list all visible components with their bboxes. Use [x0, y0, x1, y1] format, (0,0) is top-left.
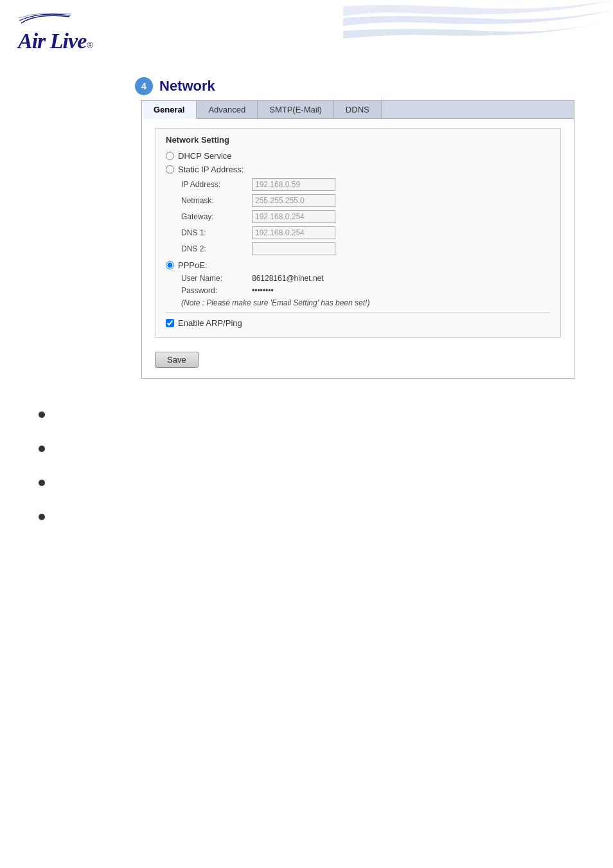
page-icon: 4	[135, 77, 153, 95]
username-label: User Name:	[181, 274, 252, 283]
gateway-row: Gateway:	[181, 210, 550, 223]
dns2-row: DNS 2:	[181, 242, 550, 255]
page-title-row: 4 Network	[135, 77, 574, 95]
dns1-input[interactable]	[252, 226, 335, 239]
password-label: Password:	[181, 286, 252, 295]
divider	[166, 312, 550, 313]
password-row: Password: ••••••••	[181, 286, 550, 295]
note-text: (Note : Please make sure 'Email Setting'…	[181, 298, 550, 307]
network-panel: Network Setting DHCP Service Static IP A…	[141, 118, 574, 379]
dns1-label: DNS 1:	[181, 228, 252, 237]
bullet-item-3	[39, 478, 613, 486]
static-ip-label: Static IP Address:	[178, 165, 244, 174]
tab-ddns[interactable]: DDNS	[334, 101, 382, 118]
pppoe-label: PPPoE:	[178, 260, 208, 270]
username-value: 86128161@hinet.net	[252, 274, 324, 283]
curves-svg	[343, 0, 613, 71]
netmask-row: Netmask:	[181, 194, 550, 207]
static-radio[interactable]	[166, 165, 174, 174]
main-content: 4 Network General Advanced SMTP(E-Mail) …	[0, 71, 613, 392]
netmask-input[interactable]	[252, 194, 335, 207]
logo: Air Live ®	[18, 12, 93, 53]
ip-address-row: IP Address:	[181, 178, 550, 191]
gateway-input[interactable]	[252, 210, 335, 223]
save-button[interactable]: Save	[155, 352, 199, 368]
username-row: User Name: 86128161@hinet.net	[181, 274, 550, 283]
arp-ping-checkbox[interactable]	[166, 319, 174, 327]
header: Air Live ®	[0, 0, 613, 71]
pppoe-radio[interactable]	[166, 261, 174, 269]
tab-advanced[interactable]: Advanced	[197, 101, 258, 118]
bullet-list	[39, 410, 613, 520]
bullet-dot-2	[39, 446, 45, 452]
dns2-label: DNS 2:	[181, 244, 252, 253]
bullet-dot-1	[39, 411, 45, 418]
ip-address-label: IP Address:	[181, 180, 252, 189]
netmask-label: Netmask:	[181, 196, 252, 205]
bullet-dot-4	[39, 514, 45, 520]
logo-registered: ®	[87, 41, 93, 50]
header-decoration	[343, 0, 613, 71]
bullet-dot-3	[39, 480, 45, 486]
section-title: Network Setting	[166, 135, 550, 145]
arp-ping-row: Enable ARP/Ping	[166, 318, 550, 328]
static-radio-row: Static IP Address:	[166, 165, 550, 174]
bullet-item-4	[39, 512, 613, 520]
gateway-label: Gateway:	[181, 212, 252, 221]
tab-smtp[interactable]: SMTP(E-Mail)	[258, 101, 334, 118]
page-title: Network	[159, 78, 215, 95]
ip-address-input[interactable]	[252, 178, 335, 191]
tabs-bar: General Advanced SMTP(E-Mail) DDNS	[141, 100, 574, 118]
dhcp-radio-row: DHCP Service	[166, 151, 550, 161]
network-setting-section: Network Setting DHCP Service Static IP A…	[155, 128, 561, 338]
bullet-item-1	[39, 410, 613, 418]
password-value: ••••••••	[252, 286, 274, 295]
logo-swoosh	[18, 12, 76, 26]
dns1-row: DNS 1:	[181, 226, 550, 239]
dns2-input[interactable]	[252, 242, 335, 255]
logo-text: Air Live	[18, 29, 86, 53]
arp-ping-label: Enable ARP/Ping	[178, 318, 242, 328]
dhcp-label: DHCP Service	[178, 151, 232, 161]
dhcp-radio[interactable]	[166, 152, 174, 160]
bullet-item-2	[39, 444, 613, 452]
pppoe-radio-row: PPPoE:	[166, 260, 550, 270]
tab-general[interactable]: General	[142, 101, 197, 119]
